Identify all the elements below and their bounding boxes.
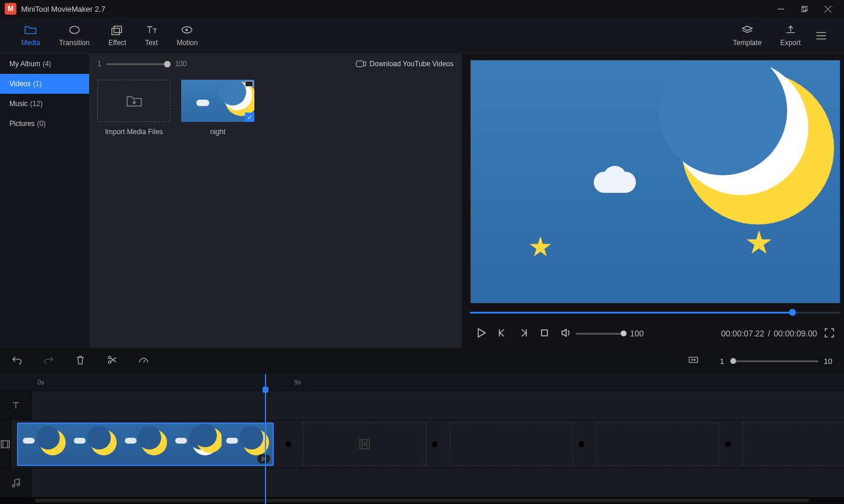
split-button[interactable] — [107, 355, 117, 367]
sidebar-item-music[interactable]: Music (12) — [0, 94, 89, 114]
delete-button[interactable] — [75, 355, 86, 367]
svg-point-13 — [108, 356, 111, 359]
media-top-bar: 1 100 Download YouTube Videos — [89, 54, 462, 74]
sidebar-item-videos[interactable]: Videos (1) — [0, 74, 89, 94]
tl-zoom-max: 10 — [824, 357, 832, 366]
next-frame-button[interactable] — [518, 328, 529, 340]
tab-text[interactable]: Text — [135, 21, 167, 50]
motion-icon — [181, 25, 193, 35]
scissors-icon — [107, 355, 117, 365]
volume-slider[interactable] — [576, 333, 625, 335]
svg-point-25 — [17, 483, 19, 486]
tab-media-label: Media — [21, 39, 40, 47]
undo-button[interactable] — [12, 355, 22, 367]
fit-timeline-button[interactable] — [688, 355, 699, 367]
media-clip-label: night — [210, 128, 225, 136]
media-grid: Import Media Files ✓ night — [89, 74, 462, 348]
sidebar-item-label: Music — [9, 100, 28, 108]
stop-icon — [539, 328, 550, 338]
text-track-body[interactable] — [32, 391, 844, 420]
import-media-label: Import Media Files — [105, 128, 163, 136]
volume-value: 100 — [630, 329, 644, 338]
text-icon — [145, 25, 158, 35]
audio-track-body[interactable] — [32, 468, 844, 497]
play-button[interactable] — [476, 328, 486, 340]
sidebar-item-myalbum[interactable]: My Album (4) — [0, 54, 89, 74]
timeline-zoom: 1 10 — [720, 357, 832, 366]
close-button[interactable] — [816, 0, 839, 18]
sidebar-item-count: (1) — [33, 80, 42, 88]
transition-slot[interactable] — [719, 435, 737, 453]
svg-rect-16 — [1, 441, 9, 448]
menu-icon — [815, 30, 828, 41]
link-icon — [573, 435, 590, 453]
tab-effect-label: Effect — [108, 39, 126, 47]
timeline-scrollbar[interactable] — [0, 497, 844, 504]
timeline-zoom-slider[interactable] — [730, 360, 818, 362]
template-label: Template — [733, 39, 762, 47]
tab-effect[interactable]: Effect — [99, 21, 135, 50]
video-clip-night[interactable] — [17, 423, 274, 466]
svg-point-14 — [108, 361, 111, 363]
transition-icon — [68, 25, 81, 35]
tab-transition-label: Transition — [59, 39, 90, 47]
clip-split-handle[interactable] — [257, 454, 270, 464]
tab-motion[interactable]: Motion — [167, 21, 207, 50]
check-icon: ✓ — [245, 113, 254, 122]
empty-clip-slot[interactable] — [596, 423, 719, 466]
download-youtube-label: Download YouTube Videos — [370, 60, 454, 68]
svg-rect-5 — [114, 26, 122, 32]
stop-button[interactable] — [539, 328, 550, 340]
fullscreen-icon — [824, 328, 835, 338]
time-current: 00:00:07.22 — [721, 329, 764, 338]
prev-frame-button[interactable] — [497, 328, 508, 340]
fit-icon — [688, 355, 699, 365]
empty-clip-slot[interactable] — [303, 423, 426, 466]
media-clip-night[interactable]: ✓ night — [181, 80, 254, 136]
redo-button[interactable] — [43, 355, 54, 367]
sidebar: My Album (4) Videos (1) Music (12) Pictu… — [0, 54, 89, 348]
transition-slot[interactable] — [426, 435, 444, 453]
tab-media[interactable]: Media — [12, 21, 50, 50]
thumb-zoom-slider[interactable]: 1 100 — [97, 60, 187, 68]
playhead[interactable] — [265, 374, 266, 504]
timeline-toolbar: 1 10 — [0, 348, 844, 374]
volume-button[interactable] — [560, 328, 571, 340]
transition-slot[interactable] — [573, 435, 590, 453]
text-track — [0, 390, 844, 420]
preview-scrubber[interactable] — [470, 307, 840, 319]
fullscreen-button[interactable] — [824, 328, 835, 340]
maximize-button[interactable] — [792, 0, 816, 18]
video-type-icon — [245, 81, 253, 87]
export-button[interactable]: Export — [771, 21, 810, 50]
empty-clip-slot[interactable] — [450, 423, 573, 466]
import-media-card[interactable]: Import Media Files — [97, 80, 171, 136]
link-icon — [426, 435, 444, 453]
preview-canvas[interactable] — [470, 60, 840, 304]
tl-zoom-min: 1 — [720, 357, 724, 366]
minimize-button[interactable] — [769, 0, 792, 18]
empty-clip-slot[interactable] — [743, 423, 844, 466]
speed-button[interactable] — [138, 355, 149, 367]
sidebar-item-label: My Album — [9, 60, 40, 68]
hamburger-menu[interactable] — [810, 27, 832, 45]
music-track-icon — [11, 478, 21, 488]
video-track-body[interactable] — [11, 420, 844, 468]
svg-rect-2 — [803, 6, 808, 11]
template-icon — [741, 25, 754, 35]
link-icon — [280, 435, 297, 453]
template-button[interactable]: Template — [724, 21, 771, 50]
ruler-mark-0: 0s — [38, 379, 45, 386]
timeline: 0s 9s — [0, 374, 844, 504]
time-total: 00:00:09.00 — [774, 329, 817, 338]
tab-transition[interactable]: Transition — [50, 21, 99, 50]
sidebar-item-pictures[interactable]: Pictures (0) — [0, 114, 89, 134]
download-youtube-link[interactable]: Download YouTube Videos — [356, 60, 454, 68]
import-folder-icon — [126, 94, 142, 107]
timeline-ruler[interactable]: 0s 9s — [0, 374, 844, 390]
prev-frame-icon — [497, 328, 508, 338]
transition-slot[interactable] — [280, 435, 297, 453]
speaker-icon — [560, 328, 571, 338]
svg-rect-12 — [542, 330, 547, 336]
media-panel: 1 100 Download YouTube Videos Import Med… — [89, 54, 462, 348]
